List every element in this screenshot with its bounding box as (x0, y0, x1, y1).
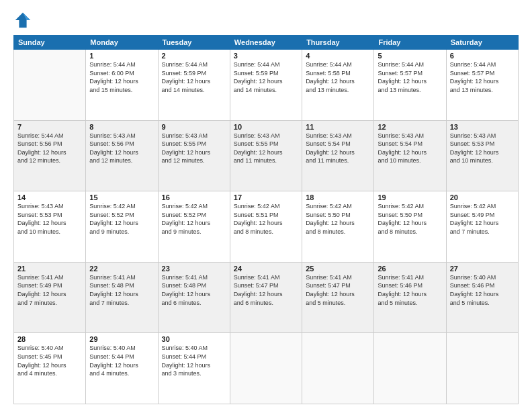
day-number: 18 (306, 193, 370, 201)
calendar-cell: 23Sunrise: 5:41 AM Sunset: 5:48 PM Dayli… (158, 262, 230, 333)
day-number: 15 (89, 193, 154, 201)
calendar: SundayMondayTuesdayWednesdayThursdayFrid… (13, 35, 519, 404)
day-number: 21 (17, 265, 82, 273)
day-number: 17 (234, 193, 298, 201)
calendar-cell: 17Sunrise: 5:42 AM Sunset: 5:51 PM Dayli… (230, 191, 302, 263)
day-number: 16 (162, 193, 226, 201)
day-number: 24 (234, 265, 298, 273)
calendar-cell: 2Sunrise: 5:44 AM Sunset: 5:59 PM Daylig… (158, 50, 230, 121)
calendar-cell: 20Sunrise: 5:42 AM Sunset: 5:49 PM Dayli… (446, 191, 518, 263)
calendar-cell: 25Sunrise: 5:41 AM Sunset: 5:47 PM Dayli… (302, 262, 374, 333)
day-number: 12 (378, 123, 442, 131)
weekday-header-tuesday: Tuesday (158, 36, 230, 50)
day-number: 4 (306, 52, 370, 60)
weekday-header-monday: Monday (86, 36, 158, 50)
day-info: Sunrise: 5:42 AM Sunset: 5:52 PM Dayligh… (162, 202, 226, 236)
day-info: Sunrise: 5:44 AM Sunset: 5:58 PM Dayligh… (306, 60, 370, 94)
calendar-cell: 26Sunrise: 5:41 AM Sunset: 5:46 PM Dayli… (374, 262, 446, 333)
calendar-cell: 15Sunrise: 5:42 AM Sunset: 5:52 PM Dayli… (86, 191, 158, 263)
calendar-cell: 3Sunrise: 5:44 AM Sunset: 5:59 PM Daylig… (230, 50, 302, 121)
calendar-cell: 9Sunrise: 5:43 AM Sunset: 5:55 PM Daylig… (158, 120, 230, 191)
day-number: 8 (89, 123, 154, 131)
day-info: Sunrise: 5:40 AM Sunset: 5:44 PM Dayligh… (162, 344, 226, 377)
calendar-cell: 28Sunrise: 5:40 AM Sunset: 5:45 PM Dayli… (14, 333, 86, 404)
day-number: 6 (450, 52, 515, 60)
week-row-4: 28Sunrise: 5:40 AM Sunset: 5:45 PM Dayli… (14, 333, 519, 404)
day-number: 26 (378, 265, 442, 273)
day-number: 11 (306, 123, 370, 131)
day-number: 10 (234, 123, 298, 131)
day-info: Sunrise: 5:44 AM Sunset: 6:00 PM Dayligh… (89, 60, 154, 94)
day-number: 7 (17, 123, 82, 131)
day-info: Sunrise: 5:43 AM Sunset: 5:56 PM Dayligh… (89, 132, 154, 165)
calendar-cell: 21Sunrise: 5:41 AM Sunset: 5:49 PM Dayli… (14, 262, 86, 333)
weekday-header-sunday: Sunday (14, 36, 86, 50)
calendar-cell: 11Sunrise: 5:43 AM Sunset: 5:54 PM Dayli… (302, 120, 374, 191)
calendar-cell (446, 333, 518, 404)
calendar-cell: 19Sunrise: 5:42 AM Sunset: 5:50 PM Dayli… (374, 191, 446, 263)
day-number: 27 (450, 265, 515, 273)
day-info: Sunrise: 5:41 AM Sunset: 5:48 PM Dayligh… (162, 273, 226, 307)
day-info: Sunrise: 5:43 AM Sunset: 5:54 PM Dayligh… (378, 132, 442, 165)
logo-icon (13, 11, 32, 30)
week-row-1: 7Sunrise: 5:44 AM Sunset: 5:56 PM Daylig… (14, 120, 519, 191)
week-row-3: 21Sunrise: 5:41 AM Sunset: 5:49 PM Dayli… (14, 262, 519, 333)
day-info: Sunrise: 5:44 AM Sunset: 5:59 PM Dayligh… (162, 60, 226, 94)
calendar-cell: 27Sunrise: 5:40 AM Sunset: 5:46 PM Dayli… (446, 262, 518, 333)
day-info: Sunrise: 5:42 AM Sunset: 5:50 PM Dayligh… (378, 202, 442, 236)
calendar-cell: 4Sunrise: 5:44 AM Sunset: 5:58 PM Daylig… (302, 50, 374, 121)
weekday-header-row: SundayMondayTuesdayWednesdayThursdayFrid… (14, 36, 519, 50)
day-info: Sunrise: 5:43 AM Sunset: 5:55 PM Dayligh… (234, 132, 298, 165)
day-info: Sunrise: 5:42 AM Sunset: 5:51 PM Dayligh… (234, 202, 298, 236)
day-info: Sunrise: 5:44 AM Sunset: 5:56 PM Dayligh… (17, 132, 82, 165)
calendar-cell: 12Sunrise: 5:43 AM Sunset: 5:54 PM Dayli… (374, 120, 446, 191)
calendar-cell (230, 333, 302, 404)
calendar-cell: 5Sunrise: 5:44 AM Sunset: 5:57 PM Daylig… (374, 50, 446, 121)
day-info: Sunrise: 5:44 AM Sunset: 5:57 PM Dayligh… (378, 60, 442, 94)
day-info: Sunrise: 5:43 AM Sunset: 5:54 PM Dayligh… (306, 132, 370, 165)
day-info: Sunrise: 5:43 AM Sunset: 5:55 PM Dayligh… (162, 132, 226, 165)
day-info: Sunrise: 5:44 AM Sunset: 5:57 PM Dayligh… (450, 60, 515, 94)
day-number: 1 (89, 52, 154, 60)
day-info: Sunrise: 5:41 AM Sunset: 5:47 PM Dayligh… (234, 273, 298, 307)
calendar-cell: 14Sunrise: 5:43 AM Sunset: 5:53 PM Dayli… (14, 191, 86, 263)
calendar-cell (374, 333, 446, 404)
day-number: 30 (162, 335, 226, 343)
header (13, 11, 519, 30)
week-row-2: 14Sunrise: 5:43 AM Sunset: 5:53 PM Dayli… (14, 191, 519, 263)
calendar-cell: 13Sunrise: 5:43 AM Sunset: 5:53 PM Dayli… (446, 120, 518, 191)
day-info: Sunrise: 5:41 AM Sunset: 5:48 PM Dayligh… (89, 273, 154, 307)
day-number: 9 (162, 123, 226, 131)
day-info: Sunrise: 5:41 AM Sunset: 5:47 PM Dayligh… (306, 273, 370, 307)
calendar-cell: 24Sunrise: 5:41 AM Sunset: 5:47 PM Dayli… (230, 262, 302, 333)
calendar-cell: 6Sunrise: 5:44 AM Sunset: 5:57 PM Daylig… (446, 50, 518, 121)
week-row-0: 1Sunrise: 5:44 AM Sunset: 6:00 PM Daylig… (14, 50, 519, 121)
weekday-header-saturday: Saturday (446, 36, 518, 50)
calendar-cell (14, 50, 86, 121)
calendar-cell: 18Sunrise: 5:42 AM Sunset: 5:50 PM Dayli… (302, 191, 374, 263)
day-info: Sunrise: 5:41 AM Sunset: 5:46 PM Dayligh… (378, 273, 442, 307)
day-number: 25 (306, 265, 370, 273)
calendar-cell: 10Sunrise: 5:43 AM Sunset: 5:55 PM Dayli… (230, 120, 302, 191)
calendar-cell: 1Sunrise: 5:44 AM Sunset: 6:00 PM Daylig… (86, 50, 158, 121)
day-number: 20 (450, 193, 515, 201)
calendar-cell: 16Sunrise: 5:42 AM Sunset: 5:52 PM Dayli… (158, 191, 230, 263)
day-number: 13 (450, 123, 515, 131)
calendar-cell: 7Sunrise: 5:44 AM Sunset: 5:56 PM Daylig… (14, 120, 86, 191)
calendar-cell: 22Sunrise: 5:41 AM Sunset: 5:48 PM Dayli… (86, 262, 158, 333)
logo (13, 11, 36, 30)
day-info: Sunrise: 5:44 AM Sunset: 5:59 PM Dayligh… (234, 60, 298, 94)
calendar-cell: 8Sunrise: 5:43 AM Sunset: 5:56 PM Daylig… (86, 120, 158, 191)
day-number: 3 (234, 52, 298, 60)
day-info: Sunrise: 5:40 AM Sunset: 5:44 PM Dayligh… (89, 344, 154, 377)
page: SundayMondayTuesdayWednesdayThursdayFrid… (0, 0, 532, 411)
day-number: 22 (89, 265, 154, 273)
calendar-cell: 29Sunrise: 5:40 AM Sunset: 5:44 PM Dayli… (86, 333, 158, 404)
day-info: Sunrise: 5:42 AM Sunset: 5:49 PM Dayligh… (450, 202, 515, 236)
day-info: Sunrise: 5:41 AM Sunset: 5:49 PM Dayligh… (17, 273, 82, 307)
day-info: Sunrise: 5:40 AM Sunset: 5:46 PM Dayligh… (450, 273, 515, 307)
calendar-cell: 30Sunrise: 5:40 AM Sunset: 5:44 PM Dayli… (158, 333, 230, 404)
weekday-header-friday: Friday (374, 36, 446, 50)
day-number: 19 (378, 193, 442, 201)
day-info: Sunrise: 5:43 AM Sunset: 5:53 PM Dayligh… (17, 202, 82, 236)
